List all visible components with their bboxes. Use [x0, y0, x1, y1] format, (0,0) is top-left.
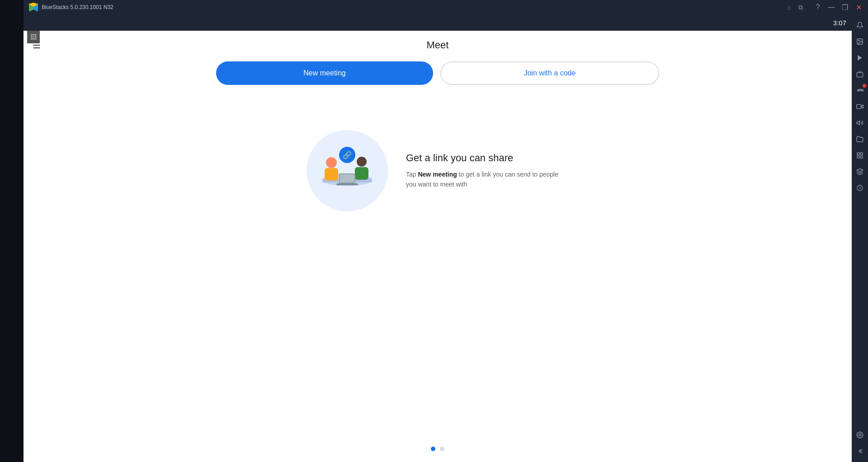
- svg-rect-26: [860, 153, 863, 155]
- tv-sidebar-icon[interactable]: [853, 67, 867, 81]
- notification-sidebar-icon[interactable]: [853, 18, 867, 33]
- folder-sidebar-icon[interactable]: [853, 132, 867, 146]
- svg-marker-17: [858, 55, 862, 61]
- copy-icon[interactable]: ⧉: [798, 4, 803, 11]
- app-area: 3:07 🖼 ☰ Meet New meeting Join with a co…: [24, 14, 852, 462]
- status-time: 3:07: [833, 19, 846, 27]
- illustration-heading: Get a link you can share: [406, 152, 569, 164]
- svg-point-31: [859, 434, 861, 436]
- svg-rect-12: [336, 183, 358, 185]
- svg-point-16: [859, 40, 859, 41]
- camera-sidebar-icon[interactable]: [853, 99, 867, 114]
- bluestacks-logo: [29, 3, 38, 12]
- collapse-sidebar-icon[interactable]: [853, 444, 867, 458]
- svg-rect-9: [355, 167, 368, 180]
- buttons-row: New meeting Join with a code: [216, 61, 659, 85]
- gamepad-sidebar-icon[interactable]: [853, 83, 867, 98]
- volume-sidebar-icon[interactable]: [853, 116, 867, 130]
- svg-point-3: [307, 130, 388, 211]
- titlebar-icons: ⌂ ⧉: [788, 4, 803, 11]
- svg-rect-27: [857, 156, 859, 158]
- app-photo-icon: 🖼: [27, 31, 40, 43]
- svg-text:🔗: 🔗: [343, 151, 352, 159]
- left-bar: [0, 0, 24, 462]
- emulator-wrapper: BlueStacks 5.0.230.1001 N32 ⌂ ⧉ ? — ❐ ✕ …: [24, 0, 868, 462]
- svg-point-8: [357, 157, 367, 167]
- svg-rect-28: [860, 156, 863, 158]
- titlebar-controls: ? — ❐ ✕: [814, 3, 863, 11]
- meet-title: Meet: [427, 39, 449, 51]
- svg-rect-18: [857, 73, 863, 77]
- restore-button[interactable]: ❐: [841, 3, 849, 11]
- svg-rect-25: [857, 153, 859, 155]
- illustration-circle: 🔗: [307, 130, 388, 211]
- home-icon[interactable]: ⌂: [788, 4, 791, 11]
- app-topbar: 3:07: [24, 14, 852, 31]
- settings-sidebar-icon[interactable]: [853, 428, 867, 442]
- illustration-text-block: Get a link you can share Tap New meeting…: [406, 152, 569, 190]
- svg-marker-24: [857, 121, 859, 125]
- minimize-button[interactable]: —: [827, 3, 835, 11]
- carousel-dot-2[interactable]: [440, 447, 444, 451]
- svg-marker-29: [857, 168, 863, 172]
- carousel-dot-1[interactable]: [431, 447, 435, 451]
- meet-app: ☰ Meet New meeting Join with a code: [24, 31, 852, 462]
- emulator-screen: 3:07 🖼 ☰ Meet New meeting Join with a co…: [24, 14, 868, 462]
- svg-rect-11: [340, 174, 354, 182]
- illustration-body: Tap New meeting to get a link you can se…: [406, 169, 569, 190]
- illustration-body-bold: New meeting: [418, 171, 457, 178]
- screenshot-sidebar-icon[interactable]: [853, 34, 867, 49]
- join-with-code-button[interactable]: Join with a code: [440, 61, 659, 85]
- right-sidebar: [852, 14, 868, 462]
- titlebar-text: BlueStacks 5.0.230.1001 N32: [42, 4, 784, 10]
- new-meeting-button[interactable]: New meeting: [216, 61, 433, 85]
- svg-point-6: [326, 157, 337, 168]
- title-bar: BlueStacks 5.0.230.1001 N32 ⌂ ⧉ ? — ❐ ✕: [24, 0, 868, 14]
- svg-rect-23: [857, 104, 861, 108]
- grid-sidebar-icon[interactable]: [853, 148, 867, 163]
- timer-sidebar-icon[interactable]: [853, 181, 867, 195]
- svg-rect-7: [325, 168, 338, 181]
- illustration-body-prefix: Tap: [406, 171, 418, 178]
- meet-header: ☰ Meet: [33, 40, 843, 51]
- video-sidebar-icon[interactable]: [853, 51, 867, 65]
- question-button[interactable]: ?: [814, 3, 822, 11]
- close-button[interactable]: ✕: [854, 3, 863, 11]
- carousel-dots: [431, 447, 444, 451]
- illustration-section: 🔗 Get a link you can share Tap New meeti…: [307, 130, 569, 211]
- layers-sidebar-icon[interactable]: [853, 164, 867, 179]
